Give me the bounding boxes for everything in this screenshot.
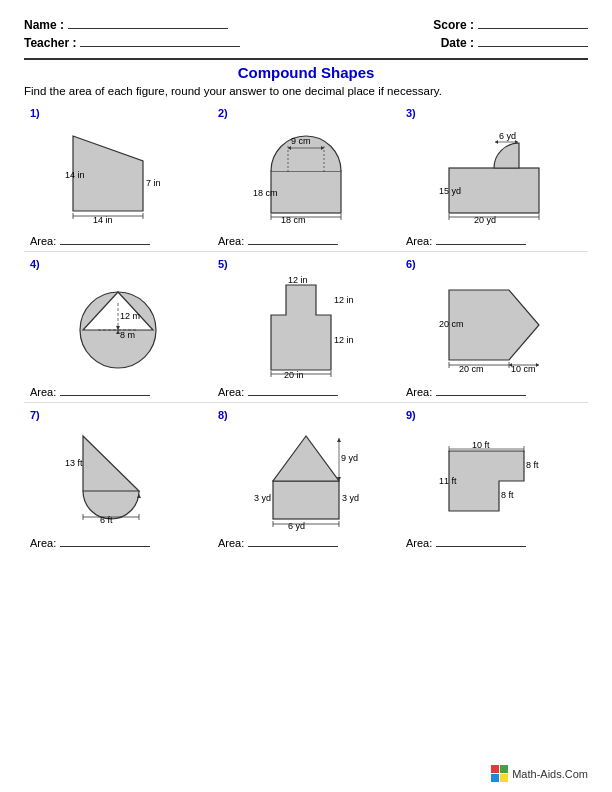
problem-6: 6) 20 cm 20 cm 10 cm	[400, 254, 588, 400]
svg-text:7 in: 7 in	[146, 178, 161, 188]
footer-logo: Math-Aids.Com	[491, 765, 588, 782]
svg-text:9 yd: 9 yd	[341, 453, 358, 463]
header-divider	[24, 58, 588, 60]
svg-text:20 yd: 20 yd	[474, 215, 496, 225]
problem-2: 2) 9 cm 18 cm	[212, 103, 400, 249]
svg-rect-62	[273, 481, 339, 519]
svg-text:8 m: 8 m	[120, 330, 135, 340]
area-2: Area:	[218, 235, 338, 247]
svg-marker-74	[449, 451, 524, 511]
svg-text:10 cm: 10 cm	[511, 364, 536, 374]
name-field: Name :	[24, 18, 228, 32]
area-9: Area:	[406, 537, 526, 549]
area-7: Area:	[30, 537, 150, 549]
figure-9: 10 ft 8 ft 8 ft 11 ft	[406, 423, 582, 533]
svg-text:20 cm: 20 cm	[439, 319, 464, 329]
problem-8: 8) 9 yd 3 yd 3 yd 6 yd	[212, 405, 400, 551]
area-7-label: Area:	[30, 537, 56, 549]
svg-marker-66	[337, 438, 341, 442]
problem-5: 5) 12 in 12 in 12 in 20 in	[212, 254, 400, 400]
figure-2: 9 cm 18 cm 18 cm	[218, 121, 394, 231]
problem-4-num: 4)	[30, 258, 40, 270]
teacher-line	[80, 46, 240, 47]
svg-text:8 ft: 8 ft	[501, 490, 514, 500]
area-8-line	[248, 546, 338, 547]
svg-8: 9 yd 3 yd 3 yd 6 yd	[251, 426, 361, 531]
svg-3: 6 yd 15 yd 20 yd	[439, 126, 549, 226]
area-8-label: Area:	[218, 537, 244, 549]
score-line	[478, 28, 588, 29]
problem-3-num: 3)	[406, 107, 416, 119]
svg-text:20 in: 20 in	[284, 370, 304, 380]
problem-4: 4) 12 m 8 m	[24, 254, 212, 400]
svg-text:6 ft: 6 ft	[100, 515, 113, 525]
logo-icon	[491, 765, 508, 782]
svg-5: 12 in 12 in 12 in 20 in	[251, 275, 361, 380]
name-label: Name :	[24, 18, 64, 32]
date-line	[478, 46, 588, 47]
area-6: Area:	[406, 386, 526, 398]
svg-text:12 m: 12 m	[120, 311, 140, 321]
figure-1: 14 in 7 in 14 in	[30, 121, 206, 231]
logo-sq-red	[491, 765, 499, 773]
score-label: Score :	[433, 18, 474, 32]
area-4: Area:	[30, 386, 150, 398]
svg-text:14 in: 14 in	[93, 215, 113, 225]
area-9-label: Area:	[406, 537, 432, 549]
problem-3: 3) 6 yd 15 yd 20 yd	[400, 103, 588, 249]
area-9-line	[436, 546, 526, 547]
svg-marker-37	[271, 285, 331, 370]
svg-marker-55	[83, 436, 139, 491]
svg-text:15 yd: 15 yd	[439, 186, 461, 196]
svg-text:20 cm: 20 cm	[459, 364, 484, 374]
svg-rect-19	[449, 168, 539, 213]
problem-5-num: 5)	[218, 258, 228, 270]
area-2-label: Area:	[218, 235, 244, 247]
area-7-line	[60, 546, 150, 547]
svg-text:11 ft: 11 ft	[439, 476, 457, 486]
score-field: Score :	[433, 18, 588, 32]
area-6-label: Area:	[406, 386, 432, 398]
area-3: Area:	[406, 235, 526, 247]
area-3-line	[436, 244, 526, 245]
area-6-line	[436, 395, 526, 396]
figure-7: 13 ft 6 ft	[30, 423, 206, 533]
area-5: Area:	[218, 386, 338, 398]
area-2-line	[248, 244, 338, 245]
name-line	[68, 28, 228, 29]
svg-text:12 in: 12 in	[288, 275, 308, 285]
instructions: Find the area of each figure, round your…	[24, 85, 588, 97]
date-label: Date :	[441, 36, 474, 50]
footer: Math-Aids.Com	[491, 765, 588, 782]
svg-text:6 yd: 6 yd	[499, 131, 516, 141]
problem-7-num: 7)	[30, 409, 40, 421]
svg-text:14 in: 14 in	[65, 170, 85, 180]
problem-9: 9) 10 ft 8 ft 8 ft 11 ft	[400, 405, 588, 551]
problem-9-num: 9)	[406, 409, 416, 421]
teacher-field: Teacher :	[24, 36, 240, 50]
svg-7: 13 ft 6 ft	[63, 426, 173, 531]
page: Name : Score : Teacher : Date : Compound…	[0, 0, 612, 792]
svg-text:9 cm: 9 cm	[291, 136, 311, 146]
figure-5: 12 in 12 in 12 in 20 in	[218, 272, 394, 382]
figure-6: 20 cm 20 cm 10 cm	[406, 272, 582, 382]
svg-4: 12 m 8 m	[63, 275, 173, 380]
area-3-label: Area:	[406, 235, 432, 247]
figure-8: 9 yd 3 yd 3 yd 6 yd	[218, 423, 394, 533]
svg-text:13 ft: 13 ft	[65, 458, 83, 468]
header-row-2: Teacher : Date :	[24, 36, 588, 50]
problem-8-num: 8)	[218, 409, 228, 421]
svg-6: 20 cm 20 cm 10 cm	[439, 275, 549, 380]
footer-text: Math-Aids.Com	[512, 768, 588, 780]
area-1-line	[60, 244, 150, 245]
row-divider-2	[24, 402, 588, 403]
problem-2-num: 2)	[218, 107, 228, 119]
svg-text:18 cm: 18 cm	[253, 188, 278, 198]
svg-1: 14 in 7 in 14 in	[63, 126, 173, 226]
problem-1: 1) 14 in 7 in 14 in Area	[24, 103, 212, 249]
svg-text:3 yd: 3 yd	[342, 493, 359, 503]
area-4-line	[60, 395, 150, 396]
svg-2: 9 cm 18 cm 18 cm	[251, 126, 361, 226]
figure-4: 12 m 8 m	[30, 272, 206, 382]
area-5-label: Area:	[218, 386, 244, 398]
